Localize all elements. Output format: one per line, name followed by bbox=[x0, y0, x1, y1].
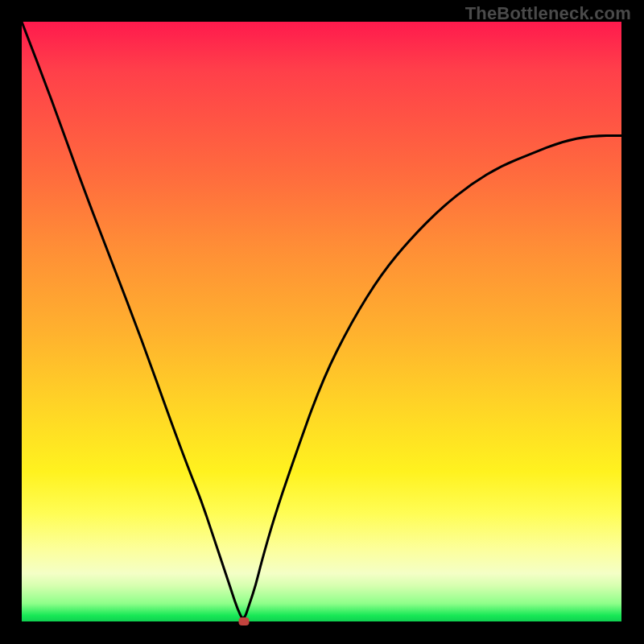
chart-frame: TheBottleneck.com bbox=[0, 0, 644, 644]
bottleneck-curve bbox=[22, 22, 621, 621]
plot-area bbox=[22, 22, 621, 621]
curve-path bbox=[22, 22, 621, 618]
min-marker bbox=[238, 617, 249, 625]
